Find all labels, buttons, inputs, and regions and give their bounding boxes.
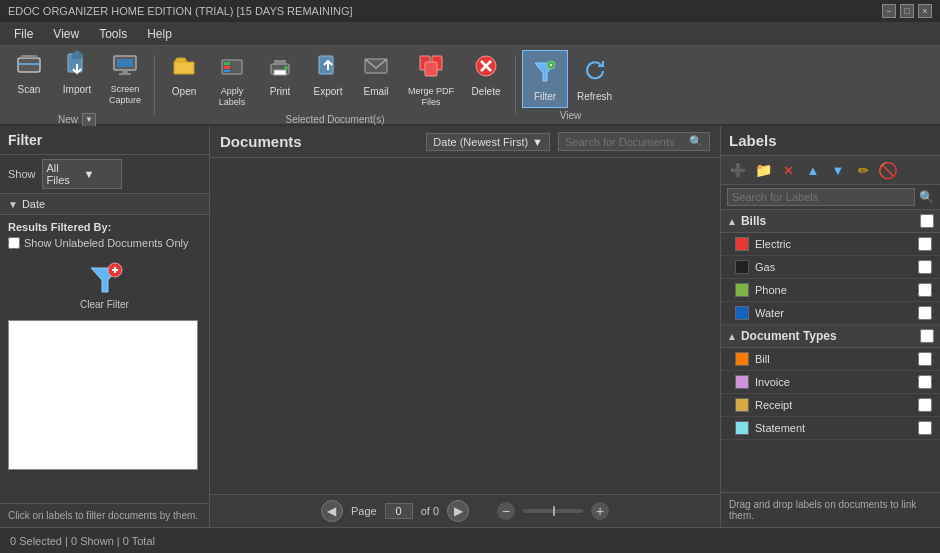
doctypes-group-checkbox[interactable] (920, 329, 934, 343)
sort-value: Date (Newest First) (433, 136, 528, 148)
documents-panel: Documents Date (Newest First) ▼ 🔍 ◀ Page… (210, 126, 720, 527)
bill-checkbox[interactable] (918, 352, 932, 366)
export-icon (312, 50, 344, 82)
document-types-group-name: Document Types (741, 329, 916, 343)
add-label-button[interactable]: ➕ (727, 159, 749, 181)
filter-label: Filter (534, 91, 556, 103)
email-button[interactable]: Email (353, 45, 399, 113)
labels-search-input[interactable] (727, 188, 915, 206)
open-button[interactable]: Open (161, 45, 207, 113)
filter-show-row: Show All Files ▼ (0, 155, 209, 194)
svg-rect-14 (224, 70, 230, 72)
filter-show-dropdown[interactable]: All Files ▼ (42, 159, 122, 189)
filter-date-label: Date (22, 198, 45, 210)
export-button[interactable]: Export (305, 45, 351, 113)
water-checkbox[interactable] (918, 306, 932, 320)
menu-tools[interactable]: Tools (89, 24, 137, 44)
close-button[interactable]: × (918, 4, 932, 18)
label-item-phone: Phone (721, 279, 940, 302)
bills-group-checkbox[interactable] (920, 214, 934, 228)
documents-sort-dropdown[interactable]: Date (Newest First) ▼ (426, 133, 550, 151)
svg-rect-16 (274, 60, 286, 65)
minimize-button[interactable]: − (882, 4, 896, 18)
documents-search[interactable]: 🔍 (558, 132, 710, 151)
sort-arrow-icon: ▼ (532, 136, 543, 148)
page-number-input[interactable] (385, 503, 413, 519)
menu-file[interactable]: File (4, 24, 43, 44)
apply-labels-button[interactable]: ApplyLabels (209, 45, 255, 113)
filter-show-arrow: ▼ (84, 168, 117, 180)
zoom-slider[interactable] (523, 509, 583, 513)
labels-title: Labels (721, 126, 940, 156)
bills-group-header[interactable]: ▲ Bills (721, 210, 940, 233)
svg-point-18 (284, 66, 288, 70)
svg-rect-9 (119, 73, 131, 75)
delete-label: Delete (472, 86, 501, 98)
filter-date-row[interactable]: ▼ Date (0, 194, 209, 215)
new-group-label: New (58, 114, 78, 125)
gas-checkbox[interactable] (918, 260, 932, 274)
menu-view[interactable]: View (43, 24, 89, 44)
delete-icon (470, 50, 502, 82)
bill-label-name: Bill (755, 353, 912, 365)
zoom-out-button[interactable]: − (497, 502, 515, 520)
gas-label-name: Gas (755, 261, 912, 273)
next-page-button[interactable]: ▶ (447, 500, 469, 522)
refresh-button[interactable]: Refresh (570, 50, 619, 108)
move-up-label-button[interactable]: ▲ (802, 159, 824, 181)
label-item-gas: Gas (721, 256, 940, 279)
scan-button[interactable]: Scan (6, 43, 52, 111)
labels-search-icon: 🔍 (919, 190, 934, 204)
merge-pdf-button[interactable]: Merge PDFFiles (401, 45, 461, 113)
import-button[interactable]: Import (54, 43, 100, 111)
filter-button[interactable]: Filter (522, 50, 568, 108)
svg-rect-13 (224, 66, 230, 69)
statement-checkbox[interactable] (918, 421, 932, 435)
toolbar: Scan Import ScreenCapture New ▼ (0, 46, 940, 126)
results-filtered-label: Results Filtered By: (8, 221, 201, 233)
filter-title: Filter (0, 126, 209, 155)
clear-filter-button[interactable]: Clear Filter (75, 259, 135, 310)
edit-label-button[interactable]: ✏ (852, 159, 874, 181)
remove-label-button[interactable]: ✕ (777, 159, 799, 181)
statement-label-name: Statement (755, 422, 912, 434)
filter-show-value: All Files (47, 162, 80, 186)
electric-label-name: Electric (755, 238, 912, 250)
merge-pdf-label: Merge PDFFiles (408, 86, 454, 108)
phone-color (735, 283, 749, 297)
zoom-controls: − + (497, 502, 609, 520)
prev-page-button[interactable]: ◀ (321, 500, 343, 522)
document-types-group-header[interactable]: ▲ Document Types (721, 325, 940, 348)
app-title: EDOC ORGANIZER HOME EDITION (TRIAL) [15 … (8, 5, 353, 17)
receipt-checkbox[interactable] (918, 398, 932, 412)
phone-checkbox[interactable] (918, 283, 932, 297)
search-icon: 🔍 (689, 135, 703, 148)
documents-search-input[interactable] (565, 136, 685, 148)
svg-rect-8 (122, 70, 128, 73)
new-dropdown-button[interactable]: ▼ (82, 113, 96, 127)
svg-rect-0 (18, 58, 40, 72)
delete-button[interactable]: Delete (463, 45, 509, 113)
print-label: Print (270, 86, 291, 98)
delete-label-button[interactable]: 🚫 (877, 159, 899, 181)
electric-checkbox[interactable] (918, 237, 932, 251)
folder-label-button[interactable]: 📁 (752, 159, 774, 181)
gas-color (735, 260, 749, 274)
bill-color (735, 352, 749, 366)
screen-capture-button[interactable]: ScreenCapture (102, 43, 148, 111)
show-unlabeled-label: Show Unlabeled Documents Only (24, 237, 188, 249)
open-icon (168, 50, 200, 82)
main-area: Filter Show All Files ▼ ▼ Date Results F… (0, 126, 940, 527)
print-button[interactable]: Print (257, 45, 303, 113)
status-bar: 0 Selected | 0 Shown | 0 Total (0, 527, 940, 553)
invoice-checkbox[interactable] (918, 375, 932, 389)
move-down-label-button[interactable]: ▼ (827, 159, 849, 181)
svg-rect-12 (224, 62, 230, 65)
zoom-in-button[interactable]: + (591, 502, 609, 520)
maximize-button[interactable]: □ (900, 4, 914, 18)
page-of-label: of 0 (421, 505, 439, 517)
label-item-receipt: Receipt (721, 394, 940, 417)
menu-help[interactable]: Help (137, 24, 182, 44)
clear-filter-icon (85, 259, 125, 299)
show-unlabeled-checkbox[interactable] (8, 237, 20, 249)
